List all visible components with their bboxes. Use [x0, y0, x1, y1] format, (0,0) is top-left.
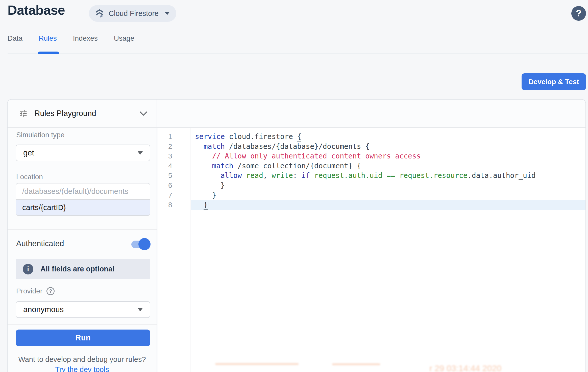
- tab-bar: Data Rules Indexes Usage: [8, 32, 134, 50]
- line-number: 8: [158, 200, 190, 210]
- line-number: 6: [158, 181, 190, 191]
- toggle-thumb: [138, 238, 151, 250]
- text-cursor: [208, 201, 208, 208]
- rules-code-editor[interactable]: 12345678 service cloud.firestore { match…: [158, 128, 585, 372]
- tab-indexes[interactable]: Indexes: [73, 32, 98, 50]
- authenticated-label: Authenticated: [16, 239, 64, 248]
- section-divider: [8, 324, 157, 325]
- simulation-type-value: get: [23, 148, 138, 157]
- product-chip-label: Cloud Firestore: [109, 9, 159, 18]
- code-line[interactable]: allow read, write: if request.auth.uid =…: [191, 171, 585, 181]
- tab-usage[interactable]: Usage: [114, 32, 134, 50]
- location-label: Location: [16, 173, 43, 181]
- section-divider: [8, 229, 157, 230]
- tab-rules[interactable]: Rules: [39, 32, 57, 50]
- simulation-type-label: Simulation type: [16, 131, 64, 139]
- tab-data[interactable]: Data: [8, 32, 22, 50]
- active-tab-indicator: [38, 52, 59, 54]
- code-line[interactable]: // Allow only authenticated content owne…: [191, 151, 585, 161]
- run-button[interactable]: Run: [16, 330, 150, 346]
- info-icon: i: [23, 264, 33, 274]
- rules-panel: Rules Playground Simulation type get Loc…: [7, 99, 586, 372]
- line-number-gutter: 12345678: [158, 128, 190, 372]
- tab-bar-divider: [8, 54, 588, 54]
- line-number: 3: [158, 151, 190, 161]
- dropdown-arrow-icon: [138, 151, 143, 155]
- code-line[interactable]: }: [191, 191, 585, 200]
- simulation-type-select[interactable]: get: [16, 145, 150, 161]
- firebase-database-page: Database Cloud Firestore ? Data Rules In…: [0, 0, 588, 372]
- rules-playground-sidebar: Rules Playground Simulation type get Loc…: [8, 100, 157, 372]
- tune-icon: [19, 109, 28, 118]
- code-line[interactable]: }: [191, 181, 585, 191]
- authenticated-toggle[interactable]: [131, 238, 151, 250]
- location-placeholder: /databases/(default)/documents: [16, 183, 150, 200]
- line-number: 1: [158, 132, 190, 142]
- chevron-down-icon: [165, 12, 170, 15]
- provider-select[interactable]: anonymous: [16, 301, 150, 318]
- dev-tools-link-row: Try the dev tools: [8, 365, 157, 372]
- line-number: 2: [158, 142, 190, 152]
- rules-playground-header[interactable]: Rules Playground: [8, 100, 157, 127]
- question-mark-icon: ?: [576, 8, 581, 19]
- provider-label: Provider: [16, 287, 42, 295]
- code-line[interactable]: match /some_collection/{document} {: [191, 161, 585, 171]
- try-dev-tools-link[interactable]: Try the dev tools: [55, 365, 109, 372]
- code-line[interactable]: }: [191, 200, 585, 210]
- firestore-icon: [94, 8, 105, 18]
- provider-help-icon[interactable]: ?: [46, 287, 55, 295]
- help-button[interactable]: ?: [571, 6, 586, 21]
- code-line[interactable]: service cloud.firestore {: [191, 132, 585, 142]
- rules-playground-title: Rules Playground: [34, 109, 139, 118]
- dev-tools-prompt: Want to develop and debug your rules?: [8, 355, 157, 364]
- develop-and-test-button[interactable]: Develop & Test: [522, 73, 586, 90]
- line-number: 7: [158, 191, 190, 200]
- line-number: 4: [158, 161, 190, 171]
- collapse-chevron-icon[interactable]: [139, 111, 148, 116]
- location-input[interactable]: carts/{cartID}: [16, 200, 150, 215]
- provider-label-row: Provider ?: [16, 287, 55, 295]
- product-selector-chip[interactable]: Cloud Firestore: [89, 5, 176, 22]
- info-banner-text: All fields are optional: [40, 265, 114, 273]
- location-field: /databases/(default)/documents carts/{ca…: [16, 183, 150, 216]
- dropdown-arrow-icon: [138, 308, 143, 311]
- line-number: 5: [158, 171, 190, 181]
- page-title: Database: [8, 3, 65, 18]
- provider-value: anonymous: [23, 305, 138, 314]
- info-banner: i All fields are optional: [16, 259, 150, 279]
- code-line[interactable]: match /databases/{database}/documents {: [191, 142, 585, 152]
- code-area[interactable]: service cloud.firestore { match /databas…: [191, 128, 585, 372]
